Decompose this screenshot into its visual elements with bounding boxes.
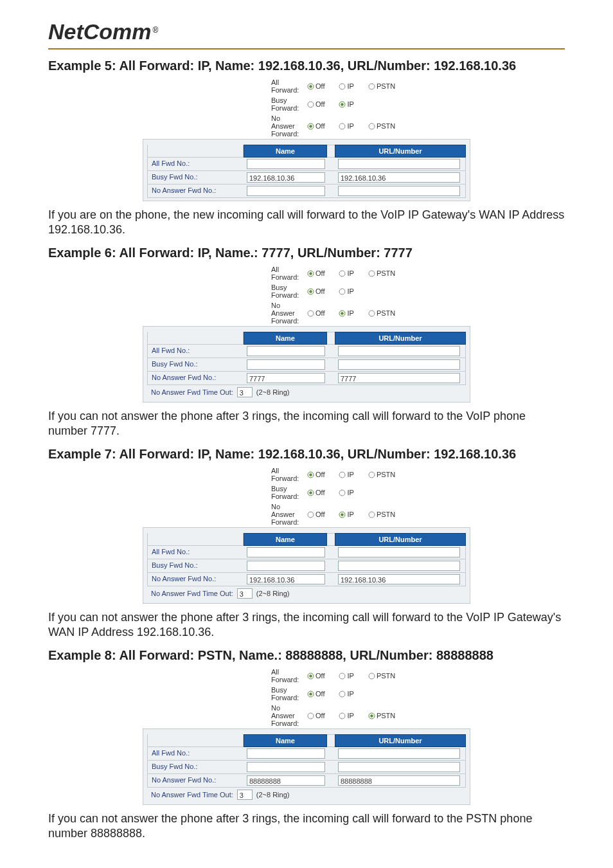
- radio-off[interactable]: Off: [307, 672, 324, 680]
- forward-row-label: No Answer Forward:: [143, 114, 303, 138]
- radio-pstn[interactable]: PSTN: [368, 309, 395, 317]
- svg-point-16: [309, 290, 312, 293]
- radio-ip[interactable]: IP: [339, 511, 353, 518]
- url-input[interactable]: [338, 561, 460, 571]
- name-input[interactable]: 192.168.10.36: [247, 574, 325, 584]
- radio-ip[interactable]: IP: [339, 82, 353, 90]
- timeout-note: (2~8 Ring): [256, 590, 290, 597]
- radio-ip[interactable]: IP: [339, 122, 353, 130]
- radio-off[interactable]: Off: [307, 309, 324, 317]
- svg-point-38: [309, 692, 312, 695]
- url-input[interactable]: 192.168.10.36: [338, 172, 460, 183]
- svg-point-41: [339, 713, 345, 719]
- radio-ip[interactable]: IP: [339, 690, 353, 698]
- col-name: Name: [244, 145, 327, 158]
- radio-ip[interactable]: IP: [339, 309, 353, 317]
- radio-ip[interactable]: IP: [339, 269, 353, 277]
- col-url: URL/Number: [335, 145, 466, 158]
- forward-table-row: All Fwd No.:: [147, 747, 466, 761]
- name-input[interactable]: [247, 186, 325, 196]
- radio-off-label: Off: [315, 712, 324, 719]
- url-input[interactable]: [338, 186, 460, 196]
- radio-pstn[interactable]: PSTN: [368, 471, 395, 478]
- url-input[interactable]: 7777: [338, 373, 460, 383]
- forward-row-label: Busy Forward:: [143, 485, 303, 500]
- forward-table: NameURL/NumberAll Fwd No.:Busy Fwd No.:N…: [143, 527, 470, 604]
- row-label: All Fwd No.:: [148, 546, 244, 559]
- radio-ip[interactable]: IP: [339, 489, 353, 496]
- radio-off[interactable]: Off: [307, 489, 324, 496]
- row-label: Busy Fwd No.:: [148, 761, 244, 773]
- example-heading: Example 5: All Forward: IP, Name: 192.16…: [48, 59, 565, 73]
- name-input[interactable]: [247, 547, 325, 557]
- radio-off[interactable]: Off: [307, 471, 324, 478]
- name-input[interactable]: [247, 346, 325, 356]
- svg-point-29: [308, 512, 314, 518]
- radio-ip[interactable]: IP: [339, 471, 353, 478]
- radio-off[interactable]: Off: [307, 511, 324, 518]
- name-input[interactable]: [247, 748, 325, 759]
- timeout-input[interactable]: 3: [237, 387, 253, 397]
- radio-pstn[interactable]: PSTN: [368, 712, 395, 719]
- radio-pstn[interactable]: PSTN: [368, 269, 395, 277]
- url-input[interactable]: [338, 748, 460, 759]
- forward-table: NameURL/NumberAll Fwd No.:Busy Fwd No.:N…: [143, 728, 470, 805]
- forward-table-row: No Answer Fwd No.:192.168.10.36192.168.1…: [147, 573, 466, 586]
- forward-table-header: NameURL/Number: [147, 533, 466, 546]
- radio-pstn[interactable]: PSTN: [368, 672, 395, 680]
- url-input[interactable]: 192.168.10.36: [338, 574, 460, 584]
- forward-settings-block: All Forward:OffIPPSTNBusy Forward:OffIPN…: [143, 77, 470, 201]
- radio-ip[interactable]: IP: [339, 287, 353, 295]
- timeout-label: No Answer Fwd Time Out:: [151, 388, 233, 396]
- timeout-note: (2~8 Ring): [256, 791, 290, 799]
- url-input[interactable]: [338, 359, 460, 370]
- radio-off[interactable]: Off: [307, 690, 324, 698]
- radio-pstn[interactable]: PSTN: [368, 122, 395, 130]
- timeout-input[interactable]: 3: [237, 790, 253, 800]
- svg-point-32: [369, 512, 375, 518]
- url-input[interactable]: 88888888: [338, 775, 460, 786]
- row-label: No Answer Fwd No.:: [148, 372, 244, 384]
- forward-radio-row: No Answer Forward:OffIPPSTN: [143, 113, 470, 139]
- radio-ip-label: IP: [347, 100, 353, 108]
- radio-ip[interactable]: IP: [339, 100, 353, 108]
- name-input[interactable]: [247, 359, 325, 370]
- name-input[interactable]: [247, 159, 325, 169]
- example-paragraph: If you can not answer the phone after 3 …: [48, 409, 565, 438]
- radio-off-label: Off: [315, 82, 324, 90]
- radio-pstn[interactable]: PSTN: [368, 82, 395, 90]
- radio-ip[interactable]: IP: [339, 712, 353, 719]
- forward-table-row: No Answer Fwd No.:8888888888888888: [147, 774, 466, 788]
- radio-off[interactable]: Off: [307, 100, 324, 108]
- radio-off[interactable]: Off: [307, 82, 324, 90]
- radio-pstn-label: PSTN: [377, 269, 395, 277]
- col-url: URL/Number: [335, 533, 466, 546]
- radio-off[interactable]: Off: [307, 269, 324, 277]
- col-name: Name: [244, 533, 327, 546]
- radio-pstn[interactable]: PSTN: [368, 511, 395, 518]
- radio-ip[interactable]: IP: [339, 672, 353, 680]
- url-input[interactable]: [338, 762, 460, 772]
- svg-point-20: [341, 312, 344, 314]
- example-heading: Example 8: All Forward: PSTN, Name.: 888…: [48, 648, 565, 663]
- name-input[interactable]: [247, 561, 325, 571]
- svg-point-34: [309, 674, 312, 677]
- brand-logo: NetComm: [48, 19, 152, 44]
- radio-off-label: Off: [315, 287, 324, 295]
- svg-point-14: [369, 271, 375, 276]
- example-paragraph: If you can not answer the phone after 3 …: [48, 811, 565, 840]
- col-url: URL/Number: [335, 734, 466, 747]
- name-input[interactable]: 7777: [247, 373, 325, 383]
- radio-off[interactable]: Off: [307, 122, 324, 130]
- url-input[interactable]: [338, 547, 460, 557]
- url-input[interactable]: [338, 159, 460, 169]
- name-input[interactable]: 88888888: [247, 775, 325, 786]
- radio-off[interactable]: Off: [307, 287, 324, 295]
- url-input[interactable]: [338, 346, 460, 356]
- svg-point-27: [309, 491, 312, 494]
- name-input[interactable]: 192.168.10.36: [247, 172, 325, 183]
- timeout-input[interactable]: 3: [237, 588, 253, 599]
- radio-off[interactable]: Off: [307, 712, 324, 719]
- name-input[interactable]: [247, 762, 325, 772]
- forward-table-row: Busy Fwd No.:: [147, 358, 466, 372]
